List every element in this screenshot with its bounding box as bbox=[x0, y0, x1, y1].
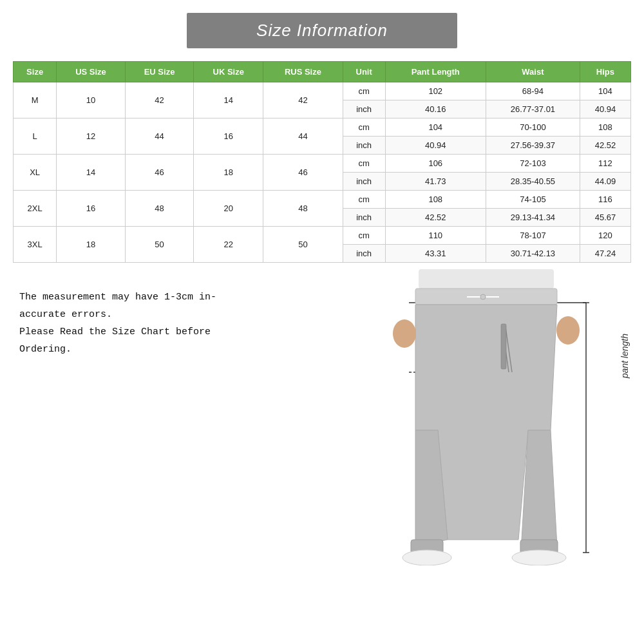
pant-inch-cell: 40.16 bbox=[385, 100, 486, 118]
unit-cm-cell: cm bbox=[343, 155, 385, 173]
unit-inch-cell: inch bbox=[343, 137, 385, 155]
col-header-rus: RUS Size bbox=[263, 62, 343, 82]
us-cell: 16 bbox=[57, 191, 126, 227]
svg-point-13 bbox=[402, 550, 451, 565]
pant-inch-cell: 43.31 bbox=[385, 245, 486, 263]
uk-cell: 22 bbox=[194, 227, 263, 263]
pant-inch-cell: 41.73 bbox=[385, 173, 486, 191]
hips-cm-cell: 108 bbox=[580, 118, 630, 137]
svg-rect-17 bbox=[501, 324, 506, 369]
pant-length-label: pant length bbox=[620, 334, 630, 378]
col-header-unit: Unit bbox=[343, 62, 385, 82]
hips-cm-cell: 112 bbox=[580, 155, 630, 173]
size-table: Size US Size EU Size UK Size RUS Size Un… bbox=[13, 61, 631, 263]
unit-inch-cell: inch bbox=[343, 100, 385, 118]
pant-cm-cell: 106 bbox=[385, 155, 486, 173]
uk-cell: 18 bbox=[194, 155, 263, 191]
waist-cm-cell: 78-107 bbox=[486, 227, 580, 245]
size-cell: L bbox=[14, 118, 57, 155]
unit-inch-cell: inch bbox=[343, 209, 385, 227]
waist-inch-cell: 27.56-39.37 bbox=[486, 137, 580, 155]
pants-svg bbox=[354, 269, 618, 565]
pant-cm-cell: 104 bbox=[385, 118, 486, 137]
svg-point-8 bbox=[480, 294, 486, 299]
uk-cell: 20 bbox=[194, 191, 263, 227]
us-cell: 12 bbox=[57, 118, 126, 155]
col-header-eu: EU Size bbox=[125, 62, 194, 82]
waist-inch-cell: 30.71-42.13 bbox=[486, 245, 580, 263]
hips-cm-cell: 120 bbox=[580, 227, 630, 245]
rus-cell: 50 bbox=[263, 227, 343, 263]
hips-cm-cell: 116 bbox=[580, 191, 630, 209]
waist-cm-cell: 68-94 bbox=[486, 82, 580, 100]
us-cell: 14 bbox=[57, 155, 126, 191]
table-row: M 10 42 14 42 cm 102 68-94 104 bbox=[14, 82, 631, 100]
rus-cell: 42 bbox=[263, 82, 343, 118]
image-section: waist hip pant length bbox=[354, 269, 631, 565]
eu-cell: 50 bbox=[125, 227, 194, 263]
unit-cm-cell: cm bbox=[343, 227, 385, 245]
pant-cm-cell: 108 bbox=[385, 191, 486, 209]
svg-point-15 bbox=[393, 319, 416, 348]
unit-cm-cell: cm bbox=[343, 118, 385, 137]
rus-cell: 46 bbox=[263, 155, 343, 191]
pant-inch-cell: 42.52 bbox=[385, 209, 486, 227]
col-header-waist: Waist bbox=[486, 62, 580, 82]
note-line2: accurate errors. bbox=[19, 309, 112, 320]
page-wrapper: Size Information Size US Size EU Size UK… bbox=[0, 0, 644, 644]
col-header-pant: Pant Length bbox=[385, 62, 486, 82]
eu-cell: 42 bbox=[125, 82, 194, 118]
waist-cm-cell: 72-103 bbox=[486, 155, 580, 173]
table-row: XL 14 46 18 46 cm 106 72-103 112 bbox=[14, 155, 631, 173]
unit-cm-cell: cm bbox=[343, 191, 385, 209]
us-cell: 18 bbox=[57, 227, 126, 263]
waist-inch-cell: 28.35-40.55 bbox=[486, 173, 580, 191]
page-title: Size Information bbox=[256, 21, 388, 40]
note-line4: Ordering. bbox=[19, 344, 71, 355]
hips-inch-cell: 44.09 bbox=[580, 173, 630, 191]
hips-inch-cell: 45.67 bbox=[580, 209, 630, 227]
col-header-uk: UK Size bbox=[194, 62, 263, 82]
uk-cell: 16 bbox=[194, 118, 263, 155]
uk-cell: 14 bbox=[194, 82, 263, 118]
table-row: L 12 44 16 44 cm 104 70-100 108 bbox=[14, 118, 631, 137]
waist-inch-cell: 26.77-37.01 bbox=[486, 100, 580, 118]
unit-inch-cell: inch bbox=[343, 173, 385, 191]
size-cell: 2XL bbox=[14, 191, 57, 227]
hips-inch-cell: 47.24 bbox=[580, 245, 630, 263]
hips-cm-cell: 104 bbox=[580, 82, 630, 100]
size-cell: XL bbox=[14, 155, 57, 191]
pant-cm-cell: 102 bbox=[385, 82, 486, 100]
pant-cm-cell: 110 bbox=[385, 227, 486, 245]
table-row: 3XL 18 50 22 50 cm 110 78-107 120 bbox=[14, 227, 631, 245]
note-line1: The measurement may have 1-3cm in- bbox=[19, 292, 216, 303]
size-cell: M bbox=[14, 82, 57, 118]
col-header-us: US Size bbox=[57, 62, 126, 82]
title-banner: Size Information bbox=[187, 13, 457, 48]
table-row: 2XL 16 48 20 48 cm 108 74-105 116 bbox=[14, 191, 631, 209]
pant-inch-cell: 40.94 bbox=[385, 137, 486, 155]
svg-point-16 bbox=[556, 316, 580, 345]
waist-cm-cell: 74-105 bbox=[486, 191, 580, 209]
hips-inch-cell: 40.94 bbox=[580, 100, 630, 118]
svg-rect-5 bbox=[419, 269, 554, 289]
waist-inch-cell: 29.13-41.34 bbox=[486, 209, 580, 227]
col-header-hips: Hips bbox=[580, 62, 630, 82]
rus-cell: 44 bbox=[263, 118, 343, 155]
bottom-section: The measurement may have 1-3cm in- accur… bbox=[13, 269, 631, 565]
eu-cell: 48 bbox=[125, 191, 194, 227]
eu-cell: 44 bbox=[125, 118, 194, 155]
note-text: The measurement may have 1-3cm in- accur… bbox=[13, 269, 354, 358]
eu-cell: 46 bbox=[125, 155, 194, 191]
rus-cell: 48 bbox=[263, 191, 343, 227]
unit-cm-cell: cm bbox=[343, 82, 385, 100]
svg-point-14 bbox=[512, 550, 566, 565]
us-cell: 10 bbox=[57, 82, 126, 118]
size-cell: 3XL bbox=[14, 227, 57, 263]
col-header-size: Size bbox=[14, 62, 57, 82]
hips-inch-cell: 42.52 bbox=[580, 137, 630, 155]
waist-cm-cell: 70-100 bbox=[486, 118, 580, 137]
note-line3: Please Read the Size Chart before bbox=[19, 327, 211, 337]
unit-inch-cell: inch bbox=[343, 245, 385, 263]
